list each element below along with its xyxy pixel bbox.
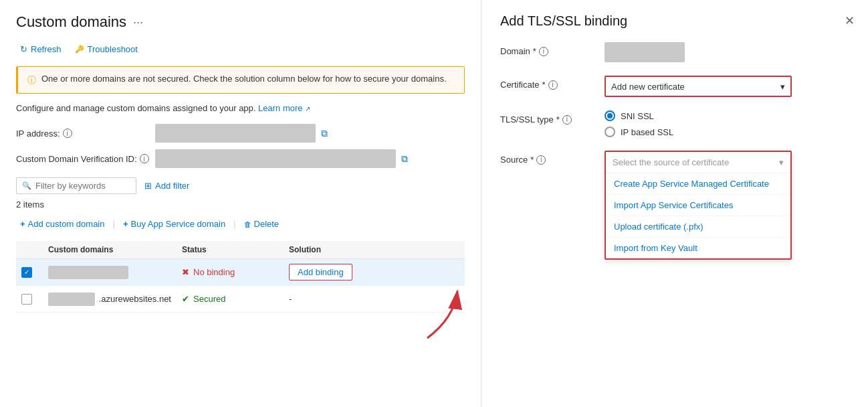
warning-message: One or more domains are not secured. Che… [41, 74, 447, 84]
table-row[interactable]: ✓ ✖ No binding Add binding [16, 259, 465, 286]
add-binding-button[interactable]: Add binding [289, 264, 352, 280]
filter-input[interactable] [35, 181, 130, 191]
ip-copy-icon[interactable]: ⧉ [321, 128, 328, 139]
tls-info-icon[interactable]: i [562, 115, 572, 125]
refresh-label: Refresh [31, 44, 62, 54]
verification-info-icon[interactable]: i [140, 154, 149, 163]
row2-solution-cell: - [284, 290, 417, 308]
source-label: Source * i [500, 151, 594, 165]
items-count: 2 items [16, 199, 465, 210]
row2-domain-cell: .azurewebsites.net [43, 289, 177, 310]
ip-address-label: IP address: i [16, 129, 150, 139]
success-icon: ✔ [182, 294, 189, 304]
table-row[interactable]: .azurewebsites.net ✔ Secured - [16, 286, 465, 313]
col-status: Status [177, 245, 284, 254]
col-checkbox [16, 245, 43, 254]
sni-radio-selected [607, 113, 613, 118]
buy-app-service-domain-button[interactable]: + Buy App Service domain [119, 216, 229, 232]
row2-status-cell: ✔ Secured [177, 290, 284, 308]
sni-ssl-option[interactable]: SNI SSL [605, 110, 849, 121]
tls-type-row: TLS/SSL type * i SNI SSL IP based SSL [500, 110, 849, 137]
chevron-down-icon: ▾ [780, 82, 785, 92]
checkbox-checked-icon[interactable]: ✓ [21, 267, 32, 278]
domain-label: Domain * i [500, 42, 594, 56]
trash-icon: 🗑 [244, 220, 251, 228]
col-solution: Solution [284, 245, 417, 254]
ip-ssl-label: IP based SSL [621, 127, 673, 137]
ip-ssl-option[interactable]: IP based SSL [605, 127, 849, 137]
left-panel: Custom domains ··· Refresh 🔑 Troubleshoo… [0, 0, 481, 407]
radio-group: SNI SSL IP based SSL [605, 110, 849, 137]
source-option-import-app-service[interactable]: Import App Service Certificates [606, 195, 790, 216]
source-dropdown-wrapper: Select the source of certificate ▾ Creat… [605, 151, 849, 260]
description: Configure and manage custom domains assi… [16, 103, 465, 113]
add-filter-button[interactable]: ⊞ Add filter [144, 181, 189, 191]
row2-checkbox-cell[interactable] [16, 290, 43, 309]
filter-row: 🔍 ⊞ Add filter [16, 177, 465, 194]
ip-radio-button[interactable] [605, 127, 615, 137]
warning-icon: ⓘ [27, 74, 36, 86]
row2-domain-prefix [48, 293, 95, 306]
domain-row: Domain * i [500, 42, 849, 62]
filter-icon: ⊞ [144, 181, 152, 191]
add-filter-label: Add filter [155, 181, 189, 191]
cert-info-icon[interactable]: i [548, 80, 558, 90]
col-domains: Custom domains [43, 245, 177, 254]
sni-radio-button[interactable] [605, 110, 615, 121]
tls-label: TLS/SSL type * i [500, 110, 594, 125]
no-binding-status: ✖ No binding [182, 267, 235, 277]
add-domain-label: Add custom domain [28, 219, 105, 229]
more-options-icon[interactable]: ··· [133, 15, 143, 29]
ip-info-icon[interactable]: i [63, 129, 72, 138]
filter-input-wrapper[interactable]: 🔍 [16, 177, 136, 194]
certificate-dropdown[interactable]: Add new certificate ▾ [605, 76, 792, 97]
domain-value [605, 42, 849, 62]
verification-id-row: Custom Domain Verification ID: i ⧉ [16, 149, 465, 168]
certificate-select-wrapper: Add new certificate ▾ [605, 76, 849, 97]
checkbox-empty[interactable] [21, 294, 32, 305]
add-custom-domain-button[interactable]: + Add custom domain [16, 216, 109, 232]
refresh-icon [20, 44, 27, 54]
row1-domain-value [48, 266, 128, 279]
learn-more-link[interactable]: Learn more ↗ [258, 103, 310, 113]
chevron-down-icon-source: ▾ [779, 157, 784, 167]
source-dropdown[interactable]: Select the source of certificate ▾ Creat… [605, 151, 792, 260]
right-panel: ✕ Add TLS/SSL binding Domain * i Certifi… [481, 0, 868, 407]
table-header: Custom domains Status Solution [16, 241, 465, 259]
certificate-label: Certificate * i [500, 76, 594, 90]
row1-solution-cell[interactable]: Add binding [284, 260, 417, 284]
close-button[interactable]: ✕ [845, 13, 855, 28]
source-option-upload-pfx[interactable]: Upload certificate (.pfx) [606, 216, 790, 238]
toolbar: Refresh 🔑 Troubleshoot [16, 42, 465, 57]
certificate-value: Add new certificate [611, 82, 685, 92]
verification-label: Custom Domain Verification ID: i [16, 154, 150, 164]
ip-address-value [155, 124, 316, 143]
troubleshoot-button[interactable]: 🔑 Troubleshoot [71, 42, 142, 57]
search-icon: 🔍 [22, 181, 31, 190]
error-icon: ✖ [182, 267, 189, 277]
source-placeholder: Select the source of certificate [613, 157, 729, 167]
certificate-row: Certificate * i Add new certificate ▾ [500, 76, 849, 97]
row1-checkbox-cell[interactable]: ✓ [16, 263, 43, 282]
verification-value [155, 149, 396, 168]
source-header[interactable]: Select the source of certificate ▾ [606, 152, 790, 173]
row1-status-cell: ✖ No binding [177, 263, 284, 281]
delete-button[interactable]: 🗑 Delete [240, 216, 284, 232]
source-option-key-vault[interactable]: Import from Key Vault [606, 238, 790, 258]
key-icon: 🔑 [75, 45, 84, 54]
source-option-managed[interactable]: Create App Service Managed Certificate [606, 173, 790, 195]
ip-address-row: IP address: i ⧉ [16, 124, 465, 143]
plus-icon: + [20, 219, 25, 229]
plus-icon-2: + [123, 219, 128, 229]
domain-info-icon[interactable]: i [539, 47, 548, 56]
external-link-icon: ↗ [305, 105, 310, 112]
troubleshoot-label: Troubleshoot [88, 44, 138, 54]
verification-copy-icon[interactable]: ⧉ [401, 153, 408, 165]
source-info-icon[interactable]: i [536, 155, 546, 165]
sni-ssl-label: SNI SSL [621, 111, 654, 121]
warning-banner: ⓘ One or more domains are not secured. C… [16, 66, 465, 94]
domain-value-box [605, 42, 685, 62]
page-title: Custom domains ··· [16, 13, 465, 31]
refresh-button[interactable]: Refresh [16, 42, 66, 57]
row1-domain-cell [43, 262, 177, 283]
